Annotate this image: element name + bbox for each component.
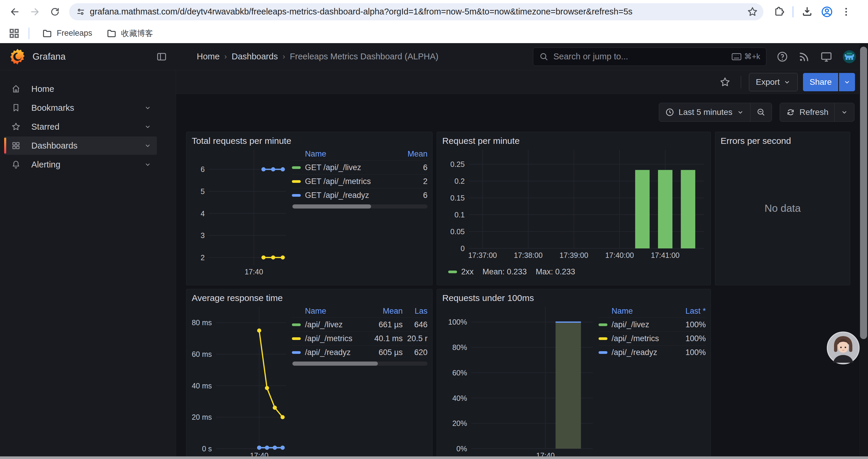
svg-text:0.2: 0.2 — [454, 177, 465, 185]
legend-col-name[interactable]: Name — [305, 150, 404, 159]
address-bar[interactable]: grafana.mathmast.com/d/deytv4rwavabkb/fr… — [69, 3, 764, 21]
zoom-out-button[interactable] — [750, 103, 772, 121]
series-name: /api/_/metrics — [612, 334, 673, 343]
breadcrumb-dashboards[interactable]: Dashboards — [231, 52, 278, 61]
chevron-down-icon[interactable] — [144, 161, 152, 168]
browser-reload-button[interactable] — [46, 3, 64, 21]
series-mean: 6 — [404, 191, 428, 200]
series-last: 100% — [673, 320, 706, 329]
request-per-minute-chart[interactable]: 0.250.20.150.10.05017:37:0017:38:0017:39… — [442, 147, 706, 264]
legend-row[interactable]: GET /api/_/livez 6 — [292, 160, 428, 174]
sidebar-item-alerting[interactable]: Alerting — [4, 155, 157, 174]
toolbar-divider — [793, 6, 794, 18]
monitor-icon[interactable] — [820, 51, 833, 63]
dock-sidebar-button[interactable] — [154, 49, 169, 64]
series-mean: 6 — [404, 163, 428, 172]
browser-actions — [773, 6, 851, 18]
chevron-down-icon[interactable] — [144, 123, 152, 131]
legend-col-mean[interactable]: Mean — [404, 150, 428, 159]
under-100ms-chart[interactable]: 100%80%60%40%20%0%17:40 — [442, 304, 595, 459]
svg-text:0: 0 — [461, 244, 465, 253]
chevron-down-icon — [843, 78, 851, 86]
page-horizontal-scrollbar[interactable] — [0, 456, 868, 459]
series-mean: 661 µs — [364, 320, 403, 329]
help-icon[interactable] — [776, 51, 788, 63]
extensions-icon[interactable] — [773, 6, 785, 18]
legend-table: Name Mean GET /api/_/livez 6 GET /api/_/… — [292, 147, 428, 281]
bookmark-folder-blogs[interactable]: 收藏博客 — [102, 26, 157, 41]
legend-col-last[interactable]: Last * — [673, 306, 706, 316]
browser-forward-button[interactable] — [26, 3, 44, 21]
sidebar-item-starred[interactable]: Starred — [4, 118, 157, 136]
legend-col-last[interactable]: Las — [403, 306, 428, 316]
share-button[interactable]: Share — [803, 73, 838, 91]
legend-row[interactable]: /api/_/metrics 40.1 ms 20.5 r — [292, 331, 428, 345]
svg-text:6: 6 — [200, 165, 205, 173]
legend-row[interactable]: GET /api/_/metrics 2 — [292, 174, 428, 188]
bookmark-label: 收藏博客 — [121, 28, 153, 39]
series-color-dash — [292, 323, 301, 326]
svg-text:3: 3 — [200, 231, 205, 239]
time-range-picker[interactable]: Last 5 minutes — [659, 103, 750, 121]
legend-row[interactable]: /api/_/readyz 100% — [598, 345, 706, 359]
refresh-button[interactable]: Refresh — [780, 103, 834, 121]
browser-profile-icon[interactable] — [821, 6, 833, 18]
sidebar-item-label: Bookmarks — [31, 103, 144, 113]
svg-text:80%: 80% — [452, 343, 467, 352]
dashboard-toolbar: Export Share — [176, 70, 868, 94]
svg-text:17:41:00: 17:41:00 — [651, 251, 680, 259]
zoom-out-icon — [756, 107, 766, 117]
grafana-logo[interactable] — [9, 48, 26, 65]
legend-line[interactable]: 2xx Mean: 0.233 Max: 0.233 — [448, 267, 706, 276]
legend-col-name[interactable]: Name — [612, 306, 673, 316]
search-bar[interactable]: ⌘+k — [533, 47, 766, 66]
sidebar-item-dashboards[interactable]: Dashboards — [4, 136, 157, 155]
legend-col-mean[interactable]: Mean — [364, 306, 403, 316]
panel-request-per-minute: Request per minute 0.250.20.150.10.05017… — [437, 132, 711, 285]
legend-row[interactable]: GET /api/_/readyz 6 — [292, 188, 428, 202]
legend-scrollbar[interactable] — [292, 204, 428, 208]
panel-title[interactable]: Errors per second — [715, 132, 850, 147]
chevron-down-icon[interactable] — [144, 142, 152, 150]
star-icon — [719, 76, 731, 88]
share-menu-button[interactable] — [839, 73, 855, 91]
svg-text:0.25: 0.25 — [450, 160, 465, 168]
news-rss-icon[interactable] — [798, 51, 810, 63]
avg-response-chart[interactable]: 80 ms60 ms40 ms20 ms0 s17:40 — [191, 304, 288, 459]
downloads-icon[interactable] — [801, 6, 813, 18]
export-button[interactable]: Export — [749, 73, 798, 91]
panel-title[interactable]: Request per minute — [437, 132, 711, 147]
legend-row[interactable]: /api/_/readyz 605 µs 620 — [292, 345, 428, 359]
url-text[interactable]: grafana.mathmast.com/d/deytv4rwavabkb/fr… — [90, 7, 747, 17]
page-vertical-scrollbar[interactable] — [859, 43, 868, 459]
panel-title[interactable]: Total requests per minute — [186, 132, 432, 147]
browser-back-button[interactable] — [6, 3, 24, 21]
refresh-icon — [786, 107, 795, 117]
user-avatar[interactable] — [843, 50, 856, 64]
browser-menu-icon[interactable] — [841, 6, 851, 17]
grafana-brand: Grafana — [32, 52, 154, 62]
sidebar-item-bookmarks[interactable]: Bookmarks — [4, 99, 157, 117]
legend-scrollbar[interactable] — [292, 362, 428, 366]
site-settings-icon[interactable] — [75, 7, 86, 17]
floating-assistant-avatar[interactable] — [827, 331, 860, 364]
sidebar-item-home[interactable]: Home — [4, 80, 157, 98]
series-last: 646 — [403, 320, 428, 329]
refresh-interval-button[interactable] — [834, 103, 854, 121]
legend-row[interactable]: /api/_/metrics 100% — [598, 331, 706, 345]
legend-row[interactable]: /api/_/livez 100% — [598, 318, 706, 331]
breadcrumb-home[interactable]: Home — [197, 52, 219, 61]
panel-title[interactable]: Average response time — [186, 289, 432, 304]
panel-title[interactable]: Requests under 100ms — [437, 289, 711, 304]
legend-col-name[interactable]: Name — [305, 306, 364, 316]
keyboard-icon — [731, 52, 742, 61]
total-requests-chart[interactable]: 6543217:40 — [191, 147, 288, 281]
apps-grid-icon[interactable] — [8, 28, 20, 39]
search-input[interactable] — [553, 52, 731, 61]
bookmark-star-icon[interactable] — [747, 6, 758, 18]
bookmark-folder-freeleaps[interactable]: Freeleaps — [38, 26, 96, 41]
chevron-down-icon[interactable] — [144, 104, 152, 112]
scrollbar-thumb[interactable] — [860, 47, 867, 339]
favorite-dashboard-button[interactable] — [717, 74, 733, 90]
legend-row[interactable]: /api/_/livez 661 µs 646 — [292, 318, 428, 331]
